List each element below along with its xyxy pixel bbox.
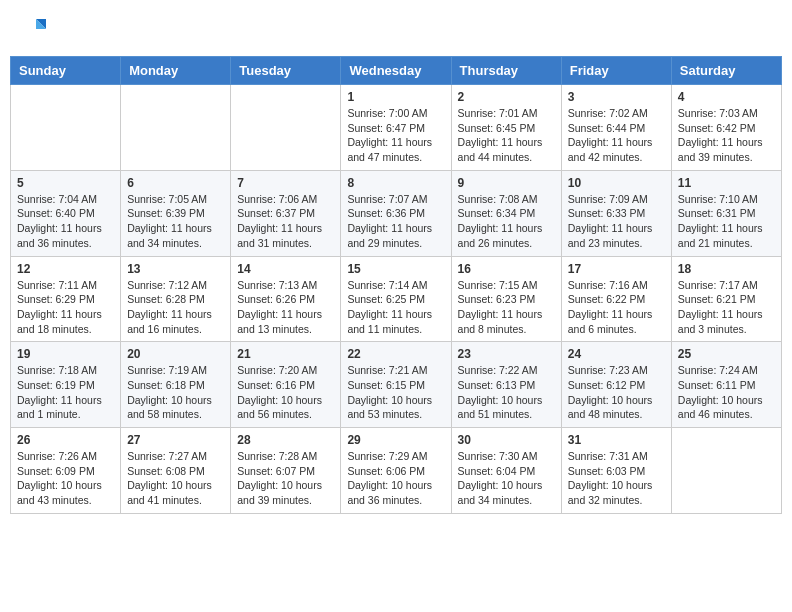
day-info: Sunrise: 7:30 AM Sunset: 6:04 PM Dayligh… [458, 449, 555, 508]
calendar-cell: 3Sunrise: 7:02 AM Sunset: 6:44 PM Daylig… [561, 85, 671, 171]
column-header-thursday: Thursday [451, 57, 561, 85]
calendar-cell [11, 85, 121, 171]
calendar-cell: 1Sunrise: 7:00 AM Sunset: 6:47 PM Daylig… [341, 85, 451, 171]
day-number: 6 [127, 176, 224, 190]
column-header-sunday: Sunday [11, 57, 121, 85]
calendar-cell: 17Sunrise: 7:16 AM Sunset: 6:22 PM Dayli… [561, 256, 671, 342]
calendar-cell: 21Sunrise: 7:20 AM Sunset: 6:16 PM Dayli… [231, 342, 341, 428]
day-number: 9 [458, 176, 555, 190]
calendar-cell: 29Sunrise: 7:29 AM Sunset: 6:06 PM Dayli… [341, 428, 451, 514]
calendar-cell: 22Sunrise: 7:21 AM Sunset: 6:15 PM Dayli… [341, 342, 451, 428]
column-header-saturday: Saturday [671, 57, 781, 85]
day-number: 11 [678, 176, 775, 190]
day-number: 12 [17, 262, 114, 276]
day-number: 19 [17, 347, 114, 361]
day-number: 27 [127, 433, 224, 447]
calendar-cell: 2Sunrise: 7:01 AM Sunset: 6:45 PM Daylig… [451, 85, 561, 171]
column-header-wednesday: Wednesday [341, 57, 451, 85]
calendar-cell [231, 85, 341, 171]
calendar-cell: 27Sunrise: 7:27 AM Sunset: 6:08 PM Dayli… [121, 428, 231, 514]
calendar-week-row: 12Sunrise: 7:11 AM Sunset: 6:29 PM Dayli… [11, 256, 782, 342]
day-number: 8 [347, 176, 444, 190]
day-info: Sunrise: 7:00 AM Sunset: 6:47 PM Dayligh… [347, 106, 444, 165]
column-header-monday: Monday [121, 57, 231, 85]
day-number: 14 [237, 262, 334, 276]
day-number: 24 [568, 347, 665, 361]
calendar-cell: 8Sunrise: 7:07 AM Sunset: 6:36 PM Daylig… [341, 170, 451, 256]
day-info: Sunrise: 7:01 AM Sunset: 6:45 PM Dayligh… [458, 106, 555, 165]
day-number: 21 [237, 347, 334, 361]
day-number: 17 [568, 262, 665, 276]
logo-icon [18, 14, 48, 44]
day-number: 23 [458, 347, 555, 361]
day-info: Sunrise: 7:26 AM Sunset: 6:09 PM Dayligh… [17, 449, 114, 508]
calendar-week-row: 26Sunrise: 7:26 AM Sunset: 6:09 PM Dayli… [11, 428, 782, 514]
day-number: 28 [237, 433, 334, 447]
calendar-cell: 16Sunrise: 7:15 AM Sunset: 6:23 PM Dayli… [451, 256, 561, 342]
calendar-cell: 4Sunrise: 7:03 AM Sunset: 6:42 PM Daylig… [671, 85, 781, 171]
day-info: Sunrise: 7:14 AM Sunset: 6:25 PM Dayligh… [347, 278, 444, 337]
calendar-cell: 25Sunrise: 7:24 AM Sunset: 6:11 PM Dayli… [671, 342, 781, 428]
day-info: Sunrise: 7:27 AM Sunset: 6:08 PM Dayligh… [127, 449, 224, 508]
day-info: Sunrise: 7:29 AM Sunset: 6:06 PM Dayligh… [347, 449, 444, 508]
calendar-cell [121, 85, 231, 171]
day-number: 2 [458, 90, 555, 104]
day-number: 4 [678, 90, 775, 104]
day-number: 18 [678, 262, 775, 276]
day-info: Sunrise: 7:28 AM Sunset: 6:07 PM Dayligh… [237, 449, 334, 508]
calendar-cell: 28Sunrise: 7:28 AM Sunset: 6:07 PM Dayli… [231, 428, 341, 514]
day-info: Sunrise: 7:09 AM Sunset: 6:33 PM Dayligh… [568, 192, 665, 251]
calendar-cell [671, 428, 781, 514]
day-number: 1 [347, 90, 444, 104]
day-info: Sunrise: 7:15 AM Sunset: 6:23 PM Dayligh… [458, 278, 555, 337]
day-number: 16 [458, 262, 555, 276]
day-info: Sunrise: 7:23 AM Sunset: 6:12 PM Dayligh… [568, 363, 665, 422]
calendar-cell: 15Sunrise: 7:14 AM Sunset: 6:25 PM Dayli… [341, 256, 451, 342]
day-info: Sunrise: 7:19 AM Sunset: 6:18 PM Dayligh… [127, 363, 224, 422]
calendar-cell: 10Sunrise: 7:09 AM Sunset: 6:33 PM Dayli… [561, 170, 671, 256]
calendar-cell: 23Sunrise: 7:22 AM Sunset: 6:13 PM Dayli… [451, 342, 561, 428]
day-info: Sunrise: 7:04 AM Sunset: 6:40 PM Dayligh… [17, 192, 114, 251]
calendar-cell: 9Sunrise: 7:08 AM Sunset: 6:34 PM Daylig… [451, 170, 561, 256]
calendar-cell: 26Sunrise: 7:26 AM Sunset: 6:09 PM Dayli… [11, 428, 121, 514]
column-header-tuesday: Tuesday [231, 57, 341, 85]
calendar-cell: 19Sunrise: 7:18 AM Sunset: 6:19 PM Dayli… [11, 342, 121, 428]
day-info: Sunrise: 7:20 AM Sunset: 6:16 PM Dayligh… [237, 363, 334, 422]
day-info: Sunrise: 7:03 AM Sunset: 6:42 PM Dayligh… [678, 106, 775, 165]
day-info: Sunrise: 7:10 AM Sunset: 6:31 PM Dayligh… [678, 192, 775, 251]
calendar-cell: 5Sunrise: 7:04 AM Sunset: 6:40 PM Daylig… [11, 170, 121, 256]
calendar-cell: 6Sunrise: 7:05 AM Sunset: 6:39 PM Daylig… [121, 170, 231, 256]
day-info: Sunrise: 7:24 AM Sunset: 6:11 PM Dayligh… [678, 363, 775, 422]
day-info: Sunrise: 7:13 AM Sunset: 6:26 PM Dayligh… [237, 278, 334, 337]
calendar-cell: 30Sunrise: 7:30 AM Sunset: 6:04 PM Dayli… [451, 428, 561, 514]
day-info: Sunrise: 7:08 AM Sunset: 6:34 PM Dayligh… [458, 192, 555, 251]
day-number: 15 [347, 262, 444, 276]
day-number: 22 [347, 347, 444, 361]
calendar-cell: 31Sunrise: 7:31 AM Sunset: 6:03 PM Dayli… [561, 428, 671, 514]
day-info: Sunrise: 7:02 AM Sunset: 6:44 PM Dayligh… [568, 106, 665, 165]
day-info: Sunrise: 7:18 AM Sunset: 6:19 PM Dayligh… [17, 363, 114, 422]
calendar-week-row: 5Sunrise: 7:04 AM Sunset: 6:40 PM Daylig… [11, 170, 782, 256]
day-number: 7 [237, 176, 334, 190]
day-info: Sunrise: 7:17 AM Sunset: 6:21 PM Dayligh… [678, 278, 775, 337]
day-info: Sunrise: 7:22 AM Sunset: 6:13 PM Dayligh… [458, 363, 555, 422]
column-header-friday: Friday [561, 57, 671, 85]
day-number: 26 [17, 433, 114, 447]
calendar-cell: 13Sunrise: 7:12 AM Sunset: 6:28 PM Dayli… [121, 256, 231, 342]
day-number: 3 [568, 90, 665, 104]
day-number: 30 [458, 433, 555, 447]
calendar-cell: 20Sunrise: 7:19 AM Sunset: 6:18 PM Dayli… [121, 342, 231, 428]
day-info: Sunrise: 7:05 AM Sunset: 6:39 PM Dayligh… [127, 192, 224, 251]
day-info: Sunrise: 7:16 AM Sunset: 6:22 PM Dayligh… [568, 278, 665, 337]
page-header [10, 10, 782, 48]
day-info: Sunrise: 7:11 AM Sunset: 6:29 PM Dayligh… [17, 278, 114, 337]
calendar-cell: 14Sunrise: 7:13 AM Sunset: 6:26 PM Dayli… [231, 256, 341, 342]
calendar-cell: 11Sunrise: 7:10 AM Sunset: 6:31 PM Dayli… [671, 170, 781, 256]
day-number: 20 [127, 347, 224, 361]
day-info: Sunrise: 7:07 AM Sunset: 6:36 PM Dayligh… [347, 192, 444, 251]
day-number: 10 [568, 176, 665, 190]
calendar-week-row: 1Sunrise: 7:00 AM Sunset: 6:47 PM Daylig… [11, 85, 782, 171]
day-number: 29 [347, 433, 444, 447]
calendar-header-row: SundayMondayTuesdayWednesdayThursdayFrid… [11, 57, 782, 85]
day-number: 5 [17, 176, 114, 190]
